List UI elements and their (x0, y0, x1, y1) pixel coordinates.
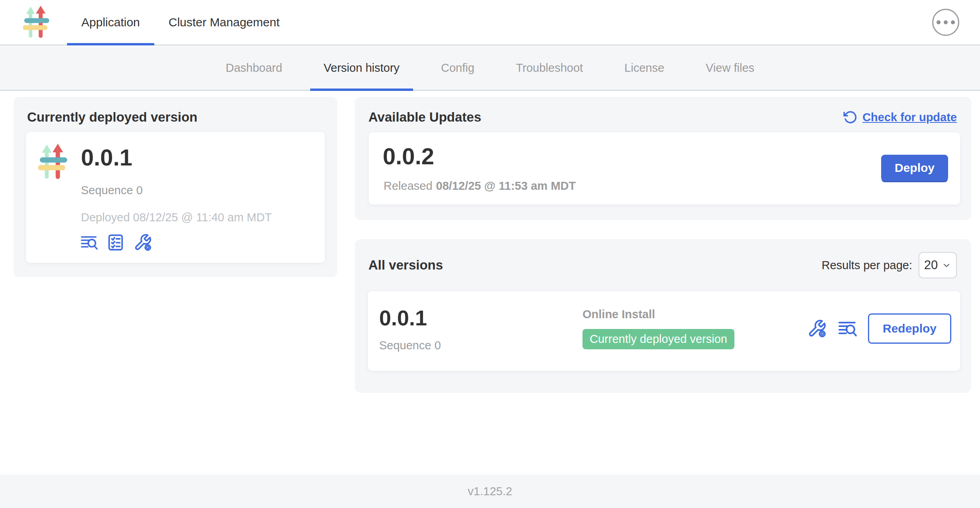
ellipsis-icon (944, 20, 948, 24)
released-prefix: Released (384, 179, 433, 192)
chevron-down-icon (942, 260, 951, 270)
currently-deployed-card: Currently deployed version 0.0.1 Sequenc… (14, 97, 337, 277)
tab-config[interactable]: Config (420, 46, 495, 90)
released-date: 08/12/25 @ 11:53 am MDT (436, 179, 576, 192)
current-version-panel: 0.0.1 Sequence 0 Deployed 08/12/25 @ 11:… (26, 132, 325, 263)
tab-version-history[interactable]: Version history (303, 46, 420, 90)
footer: v1.125.2 (0, 475, 980, 508)
available-updates-card: Available Updates Check for update 0.0.2… (355, 97, 971, 220)
tab-view-files[interactable]: View files (685, 46, 775, 90)
tab-license[interactable]: License (604, 46, 685, 90)
console-version: v1.125.2 (468, 485, 512, 498)
config-wrench-icon[interactable] (134, 233, 152, 252)
current-version-deployed-at: Deployed 08/12/25 @ 11:40 am MDT (81, 211, 272, 224)
current-version-number: 0.0.1 (81, 144, 132, 171)
available-updates-title: Available Updates (368, 110, 481, 125)
all-versions-header: All versions Results per page: 20 (355, 239, 971, 278)
tab-dashboard[interactable]: Dashboard (205, 46, 303, 90)
app-subnav: Dashboard Version history Config Trouble… (0, 46, 980, 91)
row-version-number: 0.0.1 (379, 305, 427, 330)
all-versions-title: All versions (368, 258, 443, 273)
version-row: 0.0.1 Sequence 0 Online Install Currentl… (368, 291, 960, 371)
update-version-number: 0.0.2 (383, 143, 434, 169)
tab-troubleshoot[interactable]: Troubleshoot (495, 46, 604, 90)
app-logo-icon (23, 5, 49, 39)
row-actions: Redeploy (807, 313, 951, 344)
currently-deployed-header: Currently deployed version (14, 97, 337, 125)
check-for-update-label: Check for update (862, 111, 957, 124)
diff-logs-icon[interactable] (838, 319, 857, 338)
currently-deployed-badge: Currently deployed version (582, 329, 734, 349)
current-version-sequence: Sequence 0 (81, 184, 143, 197)
ellipsis-icon (937, 20, 941, 24)
current-version-actions (80, 233, 152, 252)
preflight-checklist-icon[interactable] (106, 233, 125, 252)
row-version-sequence: Sequence 0 (379, 339, 441, 352)
redeploy-button[interactable]: Redeploy (868, 313, 951, 344)
top-tabs: Application Cluster Management (67, 0, 294, 45)
admin-console-page: Application Cluster Management Dashboard… (0, 0, 980, 508)
results-per-page-select[interactable]: 20 (919, 252, 957, 278)
top-navbar: Application Cluster Management (0, 0, 980, 45)
update-row: 0.0.2 Released08/12/25 @ 11:53 am MDT De… (369, 132, 960, 205)
tab-cluster-management[interactable]: Cluster Management (154, 0, 294, 45)
row-install-type: Online Install (582, 308, 734, 321)
results-per-page-value: 20 (924, 258, 938, 272)
results-per-page: Results per page: 20 (822, 252, 957, 278)
overflow-menu-button[interactable] (932, 9, 959, 36)
app-logo-icon (36, 143, 70, 181)
update-released-at: Released08/12/25 @ 11:53 am MDT (384, 179, 576, 193)
deploy-button[interactable]: Deploy (881, 155, 948, 181)
tab-application[interactable]: Application (67, 0, 154, 45)
refresh-icon (843, 110, 858, 124)
ellipsis-icon (951, 20, 955, 24)
diff-logs-icon[interactable] (80, 234, 98, 251)
results-per-page-label: Results per page: (822, 259, 912, 272)
row-install-info: Online Install Currently deployed versio… (582, 308, 734, 349)
check-for-update-link[interactable]: Check for update (843, 110, 957, 124)
currently-deployed-title: Currently deployed version (27, 110, 197, 125)
all-versions-card: All versions Results per page: 20 0.0.1 … (355, 239, 971, 393)
config-wrench-icon[interactable] (807, 319, 827, 338)
available-updates-header: Available Updates Check for update (355, 97, 971, 125)
